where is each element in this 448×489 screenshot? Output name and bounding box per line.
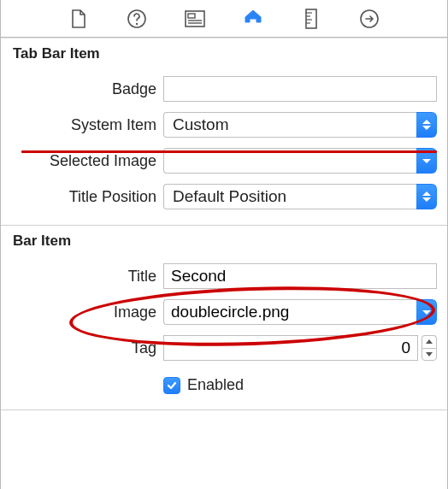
check-icon (166, 380, 178, 392)
svg-rect-6 (306, 9, 316, 28)
inspector-toolbar (1, 0, 447, 38)
chevron-down-icon (416, 148, 437, 174)
ruler-icon (304, 9, 318, 29)
title-label: Title (8, 268, 156, 286)
help-icon (127, 9, 147, 29)
chevron-up-down-icon (416, 184, 437, 209)
section-header-bar-item: Bar Item (1, 226, 447, 256)
image-input[interactable] (163, 299, 416, 325)
selected-image-combo[interactable] (163, 148, 437, 174)
identity-inspector-tab[interactable] (183, 7, 207, 31)
connections-inspector-tab[interactable] (357, 7, 381, 31)
image-combo[interactable] (163, 299, 437, 325)
stepper-down[interactable] (421, 348, 437, 362)
chevron-down-icon (416, 299, 437, 325)
title-input[interactable] (163, 263, 437, 289)
title-position-label: Title Position (8, 188, 156, 206)
quick-help-tab[interactable] (125, 7, 149, 31)
selected-image-label: Selected Image (8, 152, 156, 170)
tag-input[interactable] (163, 335, 418, 361)
image-label: Image (8, 303, 156, 321)
tab-bar-item-rows: Badge System Item Custom Selected Image (1, 69, 447, 225)
system-item-popup[interactable]: Custom (163, 112, 437, 138)
badge-input[interactable] (163, 76, 437, 102)
inspector-panel: Tab Bar Item Badge System Item Custom Se… (0, 0, 448, 489)
title-position-value: Default Position (163, 184, 416, 209)
identity-icon (185, 10, 205, 27)
connections-icon (359, 9, 380, 29)
size-inspector-tab[interactable] (299, 7, 323, 31)
tag-label: Tag (8, 339, 156, 357)
svg-rect-3 (188, 14, 195, 18)
system-item-label: System Item (8, 116, 156, 134)
section-header-tab-bar-item: Tab Bar Item (1, 38, 447, 69)
title-position-popup[interactable]: Default Position (163, 184, 437, 209)
file-inspector-tab[interactable] (67, 7, 91, 31)
svg-point-1 (136, 22, 138, 24)
system-item-value: Custom (163, 112, 416, 138)
tag-stepper[interactable] (421, 335, 437, 361)
badge-label: Badge (8, 80, 156, 98)
enabled-checkbox[interactable] (163, 377, 180, 394)
selected-image-input[interactable] (163, 148, 416, 174)
enabled-label: Enabled (187, 376, 244, 394)
stepper-up[interactable] (421, 335, 437, 348)
attributes-icon (242, 8, 264, 30)
bar-item-rows: Title Image Tag (1, 256, 447, 409)
attributes-inspector-tab[interactable] (241, 7, 265, 31)
page-icon (70, 9, 87, 29)
chevron-up-down-icon (416, 112, 437, 138)
